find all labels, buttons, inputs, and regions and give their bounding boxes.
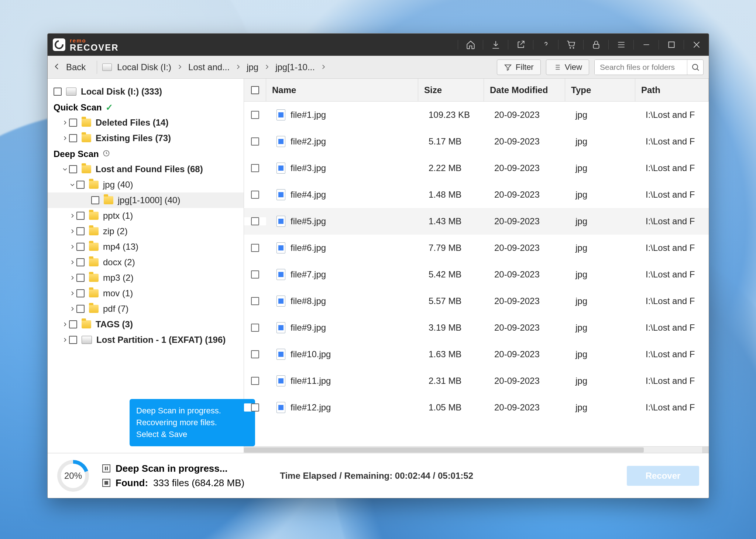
chevron-right-icon[interactable] [68,306,76,312]
row-checkbox[interactable] [251,217,259,225]
checkbox[interactable] [76,181,85,189]
view-button[interactable]: View [546,59,589,75]
chevron-right-icon[interactable] [68,228,76,234]
col-name[interactable]: Name [266,79,418,101]
table-row[interactable]: file#2.jpg5.17 MB20-09-2023jpgI:\Lost an… [244,128,709,155]
row-checkbox[interactable] [251,164,259,172]
chevron-right-icon[interactable] [61,337,69,343]
stop-button[interactable] [102,479,110,487]
search-input[interactable] [595,60,687,75]
tree-item-deleted[interactable]: Deleted Files (14) [48,115,244,130]
chevron-right-icon[interactable] [61,135,69,141]
table-row[interactable]: file#7.jpg5.42 MB20-09-2023jpgI:\Lost an… [244,261,709,288]
table-row[interactable]: file#12.jpg1.05 MB20-09-2023jpgI:\Lost a… [244,394,709,421]
chevron-right-icon[interactable] [68,213,76,219]
crumb-0[interactable]: Local Disk (I:) [117,62,171,72]
checkbox[interactable] [76,274,85,282]
checkbox[interactable] [76,305,85,313]
checkbox[interactable] [76,243,85,251]
tree-item-tags[interactable]: TAGS (3) [48,317,244,332]
chevron-right-icon[interactable] [68,244,76,250]
tree-item[interactable]: pptx (1) [48,208,244,224]
recover-button[interactable]: Recover [627,466,699,486]
pause-button[interactable] [102,464,110,473]
checkbox[interactable] [69,165,77,173]
checkbox[interactable] [76,289,85,297]
checkbox[interactable] [76,227,85,235]
horizontal-scrollbar[interactable] [244,446,709,453]
chevron-right-icon[interactable] [68,275,76,281]
row-checkbox[interactable] [251,191,259,199]
tree-item[interactable]: mp3 (2) [48,270,244,286]
tree-item[interactable]: zip (2) [48,224,244,239]
row-checkbox[interactable] [251,403,259,412]
select-all-checkbox[interactable] [251,86,259,94]
scrollbar-thumb[interactable] [244,447,644,453]
table-row[interactable]: file#4.jpg1.48 MB20-09-2023jpgI:\Lost an… [244,181,709,208]
download-button[interactable] [483,40,508,50]
tree-item-existing[interactable]: Existing Files (73) [48,130,244,146]
row-checkbox[interactable] [251,244,259,252]
tree-item-jpg-range[interactable]: jpg[1-1000] (40) [48,192,244,208]
crumb-2[interactable]: jpg [247,62,258,72]
minimize-button[interactable] [633,40,659,50]
tree-label: mp3 (2) [103,273,134,283]
table-row[interactable]: file#11.jpg2.31 MB20-09-2023jpgI:\Lost a… [244,368,709,394]
cart-button[interactable] [558,40,583,50]
progress-ring: 20% [57,460,89,492]
menu-button[interactable] [608,40,633,50]
crumb-1[interactable]: Lost and... [188,62,230,72]
checkbox[interactable] [91,196,99,204]
tree-item-lostfound[interactable]: Lost and Found Files (68) [48,161,244,177]
table-row[interactable]: file#1.jpg109.23 KB20-09-2023jpgI:\Lost … [244,102,709,128]
home-button[interactable] [458,40,483,50]
checkbox[interactable] [69,336,77,344]
checkbox[interactable] [76,212,85,220]
chevron-right-icon[interactable] [68,290,76,296]
table-row[interactable]: file#8.jpg5.57 MB20-09-2023jpgI:\Lost an… [244,288,709,314]
table-row[interactable]: file#3.jpg2.22 MB20-09-2023jpgI:\Lost an… [244,155,709,181]
chevron-right-icon[interactable] [61,321,69,327]
table-row[interactable]: file#10.jpg1.63 MB20-09-2023jpgI:\Lost a… [244,341,709,368]
chevron-right-icon[interactable] [61,120,69,126]
row-checkbox[interactable] [251,377,259,385]
table-row[interactable]: file#9.jpg3.19 MB20-09-2023jpgI:\Lost an… [244,314,709,341]
tree-item[interactable]: mov (1) [48,286,244,301]
lock-button[interactable] [583,40,608,50]
checkbox[interactable] [69,320,77,328]
export-button[interactable] [508,40,533,50]
checkbox[interactable] [76,258,85,266]
tree-item-jpg[interactable]: jpg (40) [48,177,244,192]
tree-item-lost-partition[interactable]: Lost Partition - 1 (EXFAT) (196) [48,332,244,348]
chevron-down-icon[interactable] [61,166,69,172]
row-checkbox[interactable] [251,297,259,305]
close-button[interactable] [684,40,709,50]
search-button[interactable] [687,60,703,75]
row-checkbox[interactable] [251,270,259,279]
row-checkbox[interactable] [251,137,259,146]
row-checkbox[interactable] [251,324,259,332]
tree-item[interactable]: pdf (7) [48,301,244,317]
tree-root[interactable]: Local Disk (I:) (333) [48,84,244,99]
checkbox[interactable] [54,88,62,96]
checkbox[interactable] [69,134,77,142]
col-size[interactable]: Size [418,79,484,101]
chevron-right-icon[interactable] [68,259,76,265]
table-row[interactable]: file#6.jpg7.79 MB20-09-2023jpgI:\Lost an… [244,235,709,261]
filter-button[interactable]: Filter [497,59,541,75]
col-path[interactable]: Path [635,79,709,101]
table-row[interactable]: file#5.jpg1.43 MB20-09-2023jpgI:\Lost an… [244,208,709,235]
col-type[interactable]: Type [565,79,635,101]
row-checkbox[interactable] [251,350,259,358]
tree-item[interactable]: mp4 (13) [48,239,244,255]
row-checkbox[interactable] [251,111,259,119]
tree-item[interactable]: docx (2) [48,255,244,270]
chevron-down-icon[interactable] [68,182,76,188]
help-button[interactable] [533,40,558,50]
col-date[interactable]: Date Modified [484,79,565,101]
maximize-button[interactable] [659,40,684,50]
back-button[interactable]: Back [53,62,92,72]
scrollbar-grip[interactable] [702,447,709,453]
crumb-3[interactable]: jpg[1-10... [275,62,315,72]
checkbox[interactable] [69,119,77,127]
